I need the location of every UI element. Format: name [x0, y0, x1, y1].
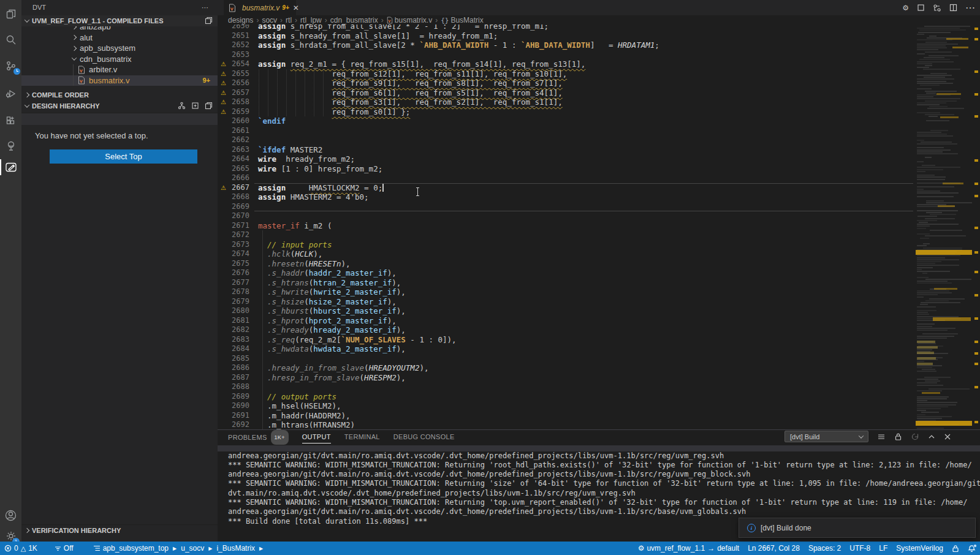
file-tree: ahb2apbalutapb_subsystemcdn_busmatrixarb…: [21, 26, 218, 86]
minimap-line: [917, 398, 947, 399]
breadcrumb-item-cdn_busmatrix[interactable]: cdn_busmatrix: [330, 16, 378, 25]
breadcrumb-item-busmatrix.v[interactable]: busmatrix.v: [387, 16, 432, 25]
verilog-file-icon: [387, 17, 393, 24]
problems-status[interactable]: 0 △ 1K: [0, 542, 42, 555]
tab-busmatrix[interactable]: busmatrix.v 9+ ✕: [224, 0, 296, 15]
cursor-position[interactable]: Ln 2667, Col 28: [743, 542, 804, 555]
breadcrumb-item-BusMatrix[interactable]: {}BusMatrix: [441, 16, 484, 25]
account-icon[interactable]: [0, 506, 21, 524]
filter-status[interactable]: Off: [50, 542, 78, 555]
search-icon[interactable]: [0, 31, 21, 49]
tree-item-ahb2apb[interactable]: ahb2apb: [21, 26, 218, 32]
editor-gear-icon[interactable]: ⚙: [902, 4, 909, 12]
output-line: *** SEMANTIC WARNING: WIDTH_MISMATCH_TRU…: [228, 498, 980, 507]
tree-item-apb_subsystem[interactable]: apb_subsystem: [21, 43, 218, 54]
section-compile-order[interactable]: COMPILE ORDER: [21, 89, 218, 100]
ruler-warning-mark: [974, 251, 978, 254]
breadcrumb-item-rtl_lpw[interactable]: rtl_lpw: [300, 16, 322, 25]
eol-sequence[interactable]: LF: [875, 542, 892, 555]
list-tree-icon: [93, 545, 101, 552]
design-tree-icon[interactable]: [0, 137, 21, 155]
code-line: 2656⚠ req_from_s9[1], req_from_s8[1], re…: [218, 78, 916, 88]
code-text: .s_hwrite(hwrite_2_master_if),: [258, 287, 406, 297]
lock-scroll-icon[interactable]: [894, 432, 902, 441]
code-text: .s_hsize(hsize_2_master_if),: [258, 297, 397, 307]
tabs-lock-icon[interactable]: [948, 542, 963, 555]
minimap-line: [925, 42, 946, 43]
code-text: req_from_s9[1], req_from_s8[1], req_from…: [258, 78, 563, 88]
hierarchy-breadcrumb[interactable]: apb_subsystem_top▶ u_socv▶ i_BusMatrix▶: [89, 542, 270, 555]
line-number: 2652: [218, 40, 249, 50]
minimap-line: [917, 245, 927, 246]
section-compiled-files[interactable]: UVM_REF_FLOW_1.1 - COMPILED FILES: [21, 15, 218, 26]
open-editors-icon[interactable]: [205, 17, 213, 25]
minimap-line: [917, 330, 948, 331]
code-line: 2674 .hclk(HCLK),: [218, 249, 916, 259]
dvt-editor-icon[interactable]: [0, 158, 21, 176]
chevron-down-icon: [25, 102, 29, 107]
minimap-line: [917, 140, 924, 141]
minimap-line: [917, 34, 924, 35]
code-text: .s_hready(hready_2_master_if),: [258, 325, 406, 335]
tab-terminal[interactable]: TERMINAL: [344, 430, 380, 444]
tree-item-cdn_busmatrix[interactable]: cdn_busmatrix: [21, 54, 218, 65]
expand-all-icon[interactable]: [191, 102, 199, 110]
output-channel-select[interactable]: [dvt] Build: [784, 431, 868, 442]
code-line: 2692 .m_htrans(HTRANSM2): [218, 420, 916, 429]
notification-toast[interactable]: i [dvt] Build done: [739, 518, 976, 538]
breadcrumb-separator: ›: [256, 16, 259, 25]
run-simulation-icon[interactable]: [0, 85, 21, 103]
minimap-line: [917, 45, 946, 47]
project-status[interactable]: ⚙ uvm_ref_flow_1.1 → default: [634, 542, 744, 555]
line-number: 2662: [218, 135, 249, 145]
minimap[interactable]: [916, 25, 972, 429]
section-verification-hierarchy[interactable]: VERIFICATION HIERARCHY: [21, 524, 218, 535]
extensions-icon[interactable]: [0, 112, 21, 130]
clear-output-icon[interactable]: [877, 432, 886, 441]
hierarchy-toolbar: [21, 113, 218, 125]
tree-item-busmatrix.v[interactable]: busmatrix.v9+: [21, 75, 218, 86]
breadcrumb-item-rtl[interactable]: rtl: [286, 16, 292, 25]
tab-problems[interactable]: PROBLEMS1K+: [228, 430, 289, 444]
tab-debug-console[interactable]: DEBUG CONSOLE: [393, 430, 455, 444]
code-line: 2681 .s_hprot(hprot_2_master_if),: [218, 316, 916, 326]
sidebar-more-icon[interactable]: ⋯: [202, 0, 209, 15]
language-mode[interactable]: SystemVerilog: [892, 542, 948, 555]
tab-output[interactable]: OUTPUT: [302, 430, 331, 444]
minimap-line: [929, 298, 965, 300]
section-design-hierarchy[interactable]: DESIGN HIERARCHY: [21, 100, 218, 111]
minimap-line: [917, 416, 952, 417]
minimap-line: [917, 104, 940, 105]
chevron-down-icon: [859, 433, 864, 438]
notifications-bell-icon[interactable]: [963, 542, 980, 555]
split-editor-icon[interactable]: [949, 4, 957, 12]
indentation[interactable]: Spaces: 2: [804, 542, 845, 555]
tree-item-alut[interactable]: alut: [21, 32, 218, 43]
compile-status-icon[interactable]: [0, 57, 21, 75]
breadcrumb-item-designs[interactable]: designs: [228, 16, 253, 25]
ruler-warning-mark: [974, 271, 978, 273]
encoding[interactable]: UTF-8: [845, 542, 875, 555]
breadcrumb-item-socv[interactable]: socv: [262, 16, 277, 25]
explorer-icon[interactable]: [0, 5, 21, 23]
tab-close-icon[interactable]: ✕: [293, 4, 299, 12]
collapse-all-icon[interactable]: [205, 102, 213, 110]
output-line: andreea.georgian/git/dvt.main/ro.amiq.dv…: [228, 507, 980, 516]
minimap-line: [917, 310, 936, 311]
editor-more-actions-icon[interactable]: ⋯: [965, 2, 975, 13]
maximize-panel-icon[interactable]: [928, 433, 935, 440]
open-changes-icon[interactable]: [917, 4, 925, 12]
code-text: assign req_2_m1 = { req_from_s15[1], req…: [258, 59, 585, 69]
close-panel-icon[interactable]: [944, 433, 951, 440]
select-top-button[interactable]: Select Top: [50, 149, 197, 164]
code-line: 2685: [218, 354, 916, 364]
trace-connections-icon[interactable]: [933, 4, 941, 12]
tree-item-arbiter.v[interactable]: arbiter.v: [21, 64, 218, 75]
line-number: 2671: [218, 221, 249, 231]
open-log-icon[interactable]: [911, 432, 919, 441]
type-hierarchy-icon[interactable]: [178, 102, 186, 110]
overview-ruler[interactable]: [974, 25, 979, 429]
line-number: 2675: [218, 259, 249, 269]
ruler-warning-mark: [974, 341, 978, 343]
code-area[interactable]: 2650assign s_hresp_from_all_slave[2 * 2 …: [218, 25, 916, 429]
